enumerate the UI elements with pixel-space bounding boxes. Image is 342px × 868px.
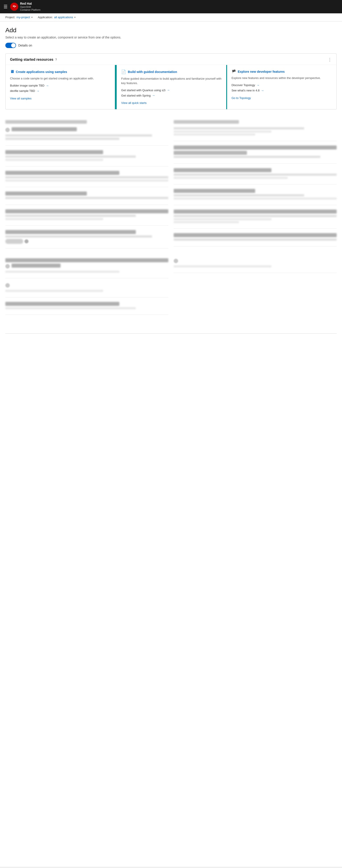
right-feature-row-1 [174, 258, 337, 264]
right-feature-sub-1 [174, 266, 272, 268]
guided-docs-icon: 📄 [121, 69, 126, 74]
flag-icon: 🏴 [232, 69, 236, 74]
service-item-6-title [174, 233, 337, 237]
whats-new-label: See what's new in 4.8 [232, 89, 260, 92]
builder-image-label: Builder image sample TBD [10, 84, 44, 87]
catalog-item-1-line2 [5, 138, 119, 140]
quarkus-label: Get started with Quarkus using s2i [121, 89, 165, 92]
application-chevron-icon: ▾ [74, 16, 76, 19]
catalog-item-3-line2 [5, 180, 168, 182]
bottom-right-col [174, 258, 337, 319]
page-title: Add [5, 27, 337, 34]
spring-label: Get started with Spring [121, 94, 150, 97]
service-item-2-line1 [174, 156, 320, 158]
kebab-menu-icon[interactable]: ⋮ [328, 57, 332, 62]
feature-item-2 [5, 283, 168, 298]
right-feature-item-1 [174, 258, 337, 273]
git-repos-title [5, 258, 168, 262]
view-all-samples-link[interactable]: View all samples [10, 97, 32, 100]
builder-image-arrow: → [46, 84, 49, 87]
git-repo-icon-1 [5, 264, 10, 269]
service-item-3-title [174, 168, 272, 172]
catalog-item-1-title [11, 127, 77, 131]
toggle-knob [11, 43, 16, 48]
application-value: all applications [54, 16, 73, 19]
catalog-item-5-title [5, 209, 168, 213]
discover-topology-label: Discover Topology [232, 84, 255, 87]
service-item-5-sub2 [174, 221, 239, 223]
service-item-1 [174, 127, 337, 141]
catalog-item-2 [5, 150, 168, 166]
card-columns: 🖥 Create applications using samples Choo… [6, 65, 336, 109]
service-item-2 [174, 146, 337, 164]
all-services-title [174, 120, 239, 124]
help-icon[interactable]: ? [55, 58, 57, 61]
details-toggle[interactable] [5, 43, 16, 48]
project-bar: Project: my-project ▾ Application: all a… [0, 13, 342, 21]
discover-topology-link[interactable]: Discover Topology → [232, 84, 332, 87]
devfile-link[interactable]: devfile sample TBD → [10, 89, 110, 93]
service-item-4-line1 [174, 194, 304, 196]
catalog-item-6-badge-sm [25, 239, 28, 243]
developer-features-title: Explore new developer features [238, 70, 285, 73]
catalog-item-6-badge [5, 239, 23, 244]
getting-started-title: Getting started resources [10, 58, 53, 62]
developer-features-column: 🏴 Explore new developer features Explore… [227, 65, 336, 109]
redhat-logo-svg [10, 3, 18, 11]
spring-link[interactable]: Get started with Spring → [121, 94, 222, 97]
service-item-1-line3 [174, 133, 255, 135]
discover-topology-arrow: → [256, 84, 260, 87]
service-item-5-line1 [174, 215, 337, 217]
quarkus-arrow: → [167, 88, 170, 92]
catalog-item-5 [5, 209, 168, 225]
service-item-3-line1 [174, 174, 337, 176]
service-item-6-line1 [174, 239, 337, 241]
project-label: Project: [5, 16, 15, 19]
developer-catalog-col [5, 120, 168, 253]
git-repo-item-1 [5, 264, 168, 269]
developer-features-description: Explore new features and resources withi… [232, 76, 332, 80]
page-subtitle: Select a way to create an application, c… [5, 36, 337, 39]
all-services-header [174, 120, 337, 124]
hamburger-menu-icon[interactable]: ☰ [4, 4, 7, 9]
git-repo-sub-1 [5, 271, 119, 273]
dev-catalog-header [5, 120, 168, 124]
feature-sub-2 [5, 290, 103, 292]
project-value: my-project [17, 16, 30, 19]
catalog-item-5-line1 [5, 215, 136, 217]
card-header-left: Getting started resources ? [10, 58, 57, 62]
catalog-item-4-line1 [5, 197, 168, 199]
feature-item-3 [5, 302, 168, 315]
view-all-quickstarts-link[interactable]: View all quick starts [121, 101, 146, 104]
whats-new-link[interactable]: See what's new in 4.8 → [232, 89, 332, 92]
guided-docs-description: Follow guided documentation to build app… [121, 76, 222, 85]
guided-docs-title: Build with guided documentation [128, 70, 177, 74]
builder-image-link[interactable]: Builder image sample TBD → [10, 84, 110, 87]
application-selector[interactable]: Application: all applications ▾ [38, 16, 76, 19]
feature-icon-2 [5, 283, 10, 288]
feature-item-2-row [5, 283, 168, 288]
service-item-6 [174, 233, 337, 246]
catalog-item-3-title [5, 171, 119, 175]
catalog-item-3-line1 [5, 176, 168, 178]
service-item-3-line2 [174, 177, 288, 179]
application-label: Application: [38, 16, 53, 19]
catalog-item-6 [5, 230, 168, 248]
catalog-item-2-line2 [5, 159, 103, 161]
bottom-catalog-section [5, 258, 337, 324]
project-selector[interactable]: Project: my-project ▾ [5, 16, 32, 19]
all-services-col [174, 120, 337, 253]
devfile-label: devfile sample TBD [10, 89, 35, 93]
service-item-4 [174, 189, 337, 205]
catalog-item-4 [5, 191, 168, 205]
main-content: Add Select a way to create an applicatio… [0, 21, 342, 867]
go-to-topology-link[interactable]: Go to Topology [232, 96, 251, 100]
quarkus-link[interactable]: Get started with Quarkus using s2i → [121, 88, 222, 92]
guided-docs-column: 📄 Build with guided documentation Follow… [117, 65, 226, 109]
service-item-4-line2 [174, 197, 337, 199]
git-repo-label-1 [11, 264, 61, 268]
samples-title: Create applications using samples [16, 70, 67, 74]
service-item-2-title [174, 146, 337, 150]
getting-started-card: Getting started resources ? ⋮ 🖥 Create a… [5, 53, 337, 110]
dev-catalog-title [5, 120, 87, 124]
